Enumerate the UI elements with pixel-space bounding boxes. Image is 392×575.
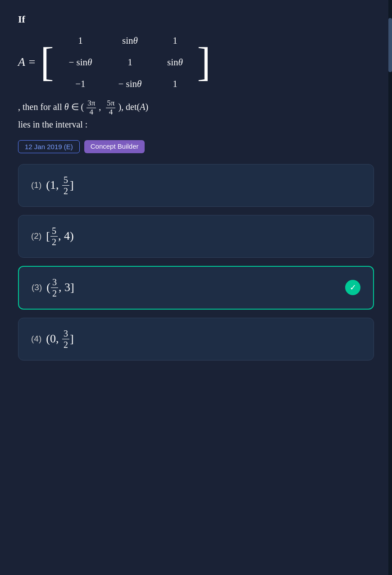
scrollbar-track[interactable] [388,0,392,575]
matrix-grid: 1 sin θ 1 − sin θ 1 sin θ −1 − sin θ 1 [55,30,195,95]
matrix-cell-0-2: 1 [155,35,195,46]
fraction-3pi-4: 3π 4 [87,99,96,116]
concept-tag[interactable]: Concept Builder [84,140,145,153]
bracket-left-icon: [ [40,42,54,82]
option-4-label: (4) [31,334,41,344]
fraction-5pi-4: 5π 4 [106,99,115,116]
tags-row: 12 Jan 2019 (E) Concept Builder [18,140,374,153]
option-1-math: (1) (1, 5 2 ] [31,174,74,196]
if-label: If [18,14,374,25]
lies-in-interval: lies in the interval : [18,119,87,129]
scrollbar-thumb[interactable] [388,18,392,72]
condition-text: , then for all θ ∈ ( 3π 4 , 5π 4 ), det(… [18,99,374,132]
matrix-cell-2-2: 1 [155,78,195,90]
frac-5-2-opt1: 5 2 [62,174,69,196]
matrix-cell-0-1: sin θ [105,35,155,46]
option-2-math: (2) [ 5 2 , 4) [31,225,74,247]
option-card-4[interactable]: (4) (0, 3 2 ] [18,318,374,361]
option-4-math: (4) (0, 3 2 ] [31,328,74,350]
matrix-cell-1-1: 1 [105,57,155,68]
option-3-label: (3) [32,283,42,292]
frac-3-2-opt3: 3 2 [51,277,58,299]
matrix-cell-2-0: −1 [55,78,105,90]
matrix-equation: A = [ 1 sin θ 1 − sin θ 1 sin θ −1 − sin… [18,30,374,95]
option-2-label: (2) [31,231,41,241]
correct-check-icon: ✓ [345,280,360,295]
frac-5-2-opt2: 5 2 [50,225,58,247]
matrix-cell-2-1: − sin θ [105,78,155,90]
question-block: A = [ 1 sin θ 1 − sin θ 1 sin θ −1 − sin… [18,30,374,132]
option-1-label: (1) [31,180,41,190]
matrix-cell-1-0: − sin θ [55,57,105,68]
date-tag[interactable]: 12 Jan 2019 (E) [18,140,80,153]
matrix-cell-0-0: 1 [55,35,105,46]
matrix-cell-1-2: sin θ [155,57,195,68]
bracket-right-icon: ] [197,42,210,82]
option-list: (1) (1, 5 2 ] (2) [ 5 2 , 4) (3) ( 3 [18,164,374,361]
matrix-wrapper: [ 1 sin θ 1 − sin θ 1 sin θ −1 − sin θ 1… [40,30,210,95]
option-card-2[interactable]: (2) [ 5 2 , 4) [18,215,374,258]
option-card-1[interactable]: (1) (1, 5 2 ] [18,164,374,207]
option-3-math: (3) ( 3 2 , 3] [32,277,74,299]
a-equals-label: A = [18,55,36,69]
option-card-3[interactable]: (3) ( 3 2 , 3] ✓ [18,266,374,310]
frac-3-2-opt4: 3 2 [62,328,69,350]
